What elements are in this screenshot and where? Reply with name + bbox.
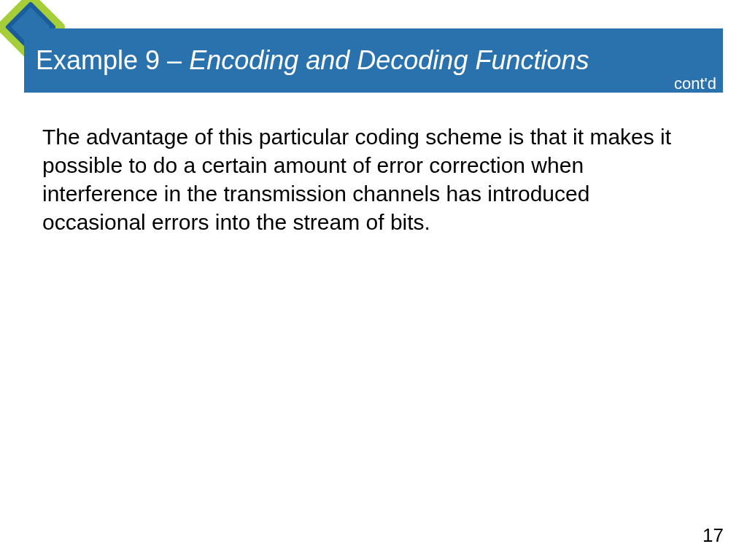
title-prefix: Example 9 – [36,45,189,75]
slide-title: Example 9 – Encoding and Decoding Functi… [36,45,589,76]
title-subject: Encoding and Decoding Functions [189,45,589,75]
page-number: 17 [703,524,724,547]
body-paragraph: The advantage of this particular coding … [42,122,686,236]
slide-header: Example 9 – Encoding and Decoding Functi… [24,28,723,93]
contd-label: cont'd [674,74,716,93]
